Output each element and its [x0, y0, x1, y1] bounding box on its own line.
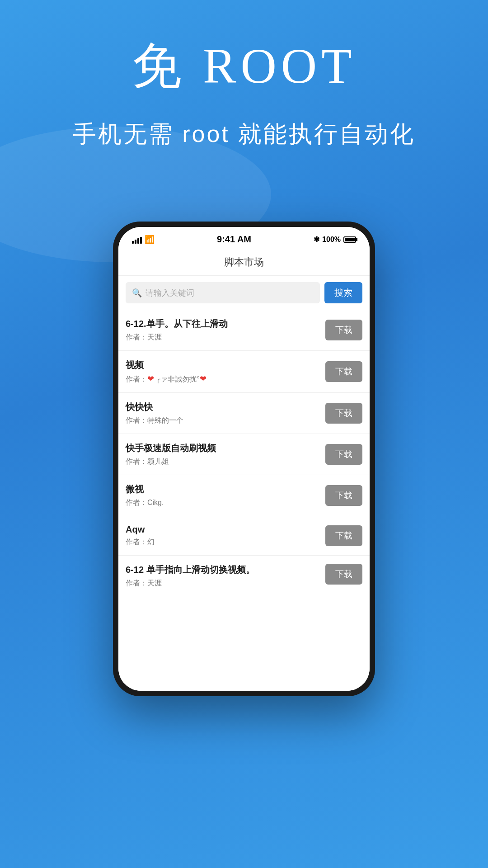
wifi-icon: 📶: [145, 235, 155, 245]
script-author: 作者：幻: [126, 538, 321, 547]
download-button[interactable]: 下载: [325, 564, 362, 585]
list-item: 微视 作者：Cikg. 下载: [118, 475, 370, 516]
status-bar: 📶 9:41 AM ✱ 100%: [118, 227, 370, 249]
script-info: 视频 作者：❤ ╭ァ非誠勿扰°❤: [126, 359, 321, 384]
phone-frame: 📶 9:41 AM ✱ 100% 脚本市场 🔍 请输入关键词: [113, 222, 375, 696]
download-button[interactable]: 下载: [325, 485, 362, 506]
script-info: Aqw 作者：幻: [126, 524, 321, 547]
script-name: 快手极速版自动刷视频: [126, 442, 321, 454]
download-button[interactable]: 下载: [325, 361, 362, 382]
script-info: 快快快 作者：特殊的一个: [126, 401, 321, 425]
script-list: 6-12.单手。从下往上滑动 作者：天涯 下载 视频 作者：❤ ╭ァ非誠勿扰°❤…: [118, 310, 370, 691]
script-info: 6-12.单手。从下往上滑动 作者：天涯: [126, 318, 321, 342]
script-info: 微视 作者：Cikg.: [126, 483, 321, 508]
script-name: 微视: [126, 483, 321, 495]
script-author: 作者：颖儿姐: [126, 457, 321, 467]
search-input-wrapper[interactable]: 🔍 请输入关键词: [126, 282, 320, 303]
script-name: 6-12 单手指向上滑动切换视频。: [126, 564, 321, 576]
list-item: 快快快 作者：特殊的一个 下载: [118, 393, 370, 434]
status-time: 9:41 AM: [217, 234, 251, 245]
heart-icon-2: ❤: [200, 374, 206, 383]
script-author: 作者：❤ ╭ァ非誠勿扰°❤: [126, 374, 321, 384]
script-name: Aqw: [126, 524, 321, 535]
download-button[interactable]: 下载: [325, 444, 362, 465]
list-item: 视频 作者：❤ ╭ァ非誠勿扰°❤ 下载: [118, 351, 370, 393]
download-button[interactable]: 下载: [325, 320, 362, 340]
download-button[interactable]: 下载: [325, 403, 362, 424]
battery-icon: [343, 236, 356, 243]
phone-screen: 📶 9:41 AM ✱ 100% 脚本市场 🔍 请输入关键词: [118, 227, 370, 691]
battery-percent: 100%: [322, 236, 341, 244]
script-name: 视频: [126, 359, 321, 371]
search-button[interactable]: 搜索: [324, 282, 362, 303]
search-icon: 🔍: [132, 288, 142, 298]
script-info: 6-12 单手指向上滑动切换视频。 作者：天涯: [126, 564, 321, 588]
script-author: 作者：天涯: [126, 579, 321, 588]
hero-subtitle: 手机无需 root 就能执行自动化: [0, 118, 488, 150]
list-item: 6-12.单手。从下往上滑动 作者：天涯 下载: [118, 310, 370, 351]
script-info: 快手极速版自动刷视频 作者：颖儿姐: [126, 442, 321, 467]
status-right: ✱ 100%: [314, 235, 356, 244]
script-author: 作者：天涯: [126, 333, 321, 342]
hero-title: 免 ROOT: [0, 36, 488, 96]
hero-section: 免 ROOT 手机无需 root 就能执行自动化: [0, 36, 488, 150]
phone-container: 📶 9:41 AM ✱ 100% 脚本市场 🔍 请输入关键词: [113, 222, 375, 854]
app-title: 脚本市场: [118, 249, 370, 276]
search-section: 🔍 请输入关键词 搜索: [118, 276, 370, 310]
bluetooth-icon: ✱: [314, 235, 319, 244]
heart-icon: ❤: [147, 374, 154, 383]
list-item-partial: 6-12 单手指向上滑动切换视频。 作者：天涯 下载: [118, 556, 370, 593]
script-name: 快快快: [126, 401, 321, 413]
script-author: 作者：特殊的一个: [126, 416, 321, 425]
signal-icon: [132, 236, 142, 244]
list-item: 快手极速版自动刷视频 作者：颖儿姐 下载: [118, 434, 370, 475]
script-author: 作者：Cikg.: [126, 498, 321, 508]
search-placeholder: 请输入关键词: [145, 288, 194, 298]
download-button[interactable]: 下载: [325, 525, 362, 546]
status-left: 📶: [132, 235, 155, 245]
list-item: Aqw 作者：幻 下载: [118, 516, 370, 556]
script-name: 6-12.单手。从下往上滑动: [126, 318, 321, 330]
